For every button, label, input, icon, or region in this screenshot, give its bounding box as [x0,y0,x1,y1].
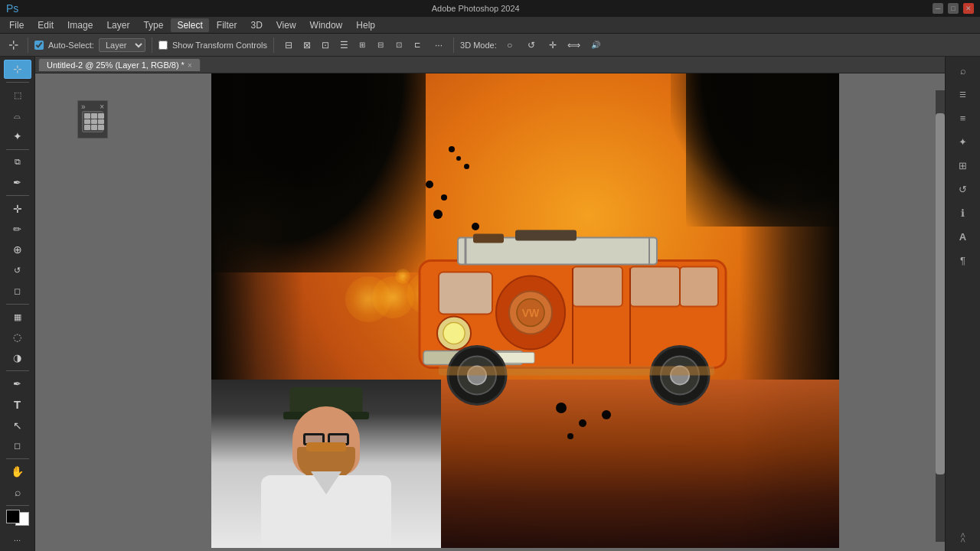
align-vcenter-button[interactable]: ⊠ [299,37,315,54]
clone-button[interactable]: ⊕ [4,240,31,259]
minimize-button[interactable]: ─ [933,3,943,14]
3d-pan-button[interactable]: ✛ [544,37,561,54]
menu-help[interactable]: Help [350,18,381,32]
tab-close-button[interactable]: × [188,61,192,70]
more-tools-button[interactable]: … [4,529,31,548]
zoom-button[interactable]: ⌕ [4,483,31,502]
float-panel-close[interactable]: × [100,103,104,111]
paragraph-button[interactable]: ¶ [949,249,977,271]
search-panel-button[interactable]: ⌕ [949,60,977,81]
right-more-button[interactable]: << [949,527,977,548]
canvas-container[interactable]: VW [35,73,945,551]
gradient-button[interactable]: ▦ [4,308,31,327]
vertical-scrollbar[interactable] [936,90,945,542]
tool-sep-2 [6,149,29,150]
align-bottom-button[interactable]: ⊡ [317,37,334,54]
grid-cell-8 [91,125,97,130]
pen-button[interactable]: ✒ [4,374,31,393]
splatter-bot-2 [579,419,586,427]
auto-select-dropdown[interactable]: Layer Group [99,38,145,52]
history-brush-button[interactable]: ↺ [4,261,31,280]
info-button[interactable]: ℹ [949,202,977,223]
menu-3d[interactable]: 3D [244,18,268,32]
transform-controls-checkbox[interactable] [158,41,168,50]
splatter-bot-3 [567,433,573,439]
hand-button[interactable]: ✋ [4,462,31,481]
document-canvas: VW [211,73,839,548]
menu-select[interactable]: Select [171,18,208,32]
healing-button[interactable]: ✛ [4,199,31,218]
menu-layer[interactable]: Layer [100,18,136,32]
character-button[interactable]: A [949,226,977,247]
tool-sep-5 [6,370,29,371]
crop-tool-button[interactable]: ⧉ [4,152,31,171]
close-button[interactable]: ✕ [963,3,974,14]
3d-slide-button[interactable]: ⟺ [566,37,583,54]
brush-button[interactable]: ✏ [4,220,31,239]
v-scroll-thumb[interactable] [936,113,945,474]
grid-cell-6 [98,119,104,125]
menu-window[interactable]: Window [304,18,349,32]
tool-sep-1 [6,82,29,83]
floating-panel: » × [77,100,108,139]
more-options-button[interactable]: ··· [430,37,447,54]
move-tool-icon[interactable]: ⊹ [5,37,21,54]
document-tab[interactable]: Untitled-2 @ 25% (Layer 1, RGB/8) * × [38,58,201,71]
shape-button[interactable]: ◻ [4,436,31,455]
marquee-tool-button[interactable]: ⬚ [4,86,31,105]
eraser-button[interactable]: ◻ [4,282,31,301]
align-horiz-button[interactable]: ☰ [335,37,352,54]
distribute-vcenter-button[interactable]: ⊟ [372,37,389,54]
lasso-tool-button[interactable]: ⌓ [4,106,31,126]
grid-view-icon[interactable] [82,111,103,132]
adjustments-button[interactable]: ✦ [949,131,977,152]
3d-mode-label: 3D Mode: [460,41,497,50]
distribute-horiz-button[interactable]: ⊏ [409,37,426,54]
3d-roll-button[interactable]: ↺ [523,37,540,54]
menu-view[interactable]: View [270,18,302,32]
auto-select-checkbox[interactable] [34,41,44,50]
canvas-area: Untitled-2 @ 25% (Layer 1, RGB/8) * × [35,57,945,551]
plugins-button[interactable]: ⊞ [949,155,977,176]
svg-rect-10 [439,272,492,314]
separator-2 [152,37,152,53]
move-tool-button[interactable]: ⊹ [4,60,31,79]
svg-rect-11 [573,266,622,306]
color-swatches[interactable] [5,508,31,527]
libraries-button[interactable]: ☰ [949,83,977,105]
properties-button[interactable]: ≡ [949,107,977,129]
distribute-bottom-button[interactable]: ⊡ [390,37,407,54]
tool-sep-4 [6,304,29,305]
menu-image[interactable]: Image [61,18,99,32]
tab-title: Untitled-2 @ 25% (Layer 1, RGB/8) * [47,60,185,70]
splatter-bot-4 [602,410,611,419]
type-button[interactable]: T [4,395,31,414]
blur-button[interactable]: ◌ [4,328,31,347]
grid-cell-2 [91,113,97,119]
maximize-button[interactable]: □ [948,3,959,14]
webcam-overlay [211,380,441,548]
align-top-button[interactable]: ⊟ [280,37,297,54]
menu-type[interactable]: Type [137,18,169,32]
dodge-button[interactable]: ◑ [4,348,31,367]
history-button[interactable]: ↺ [949,178,977,200]
menu-filter[interactable]: Filter [211,18,243,32]
svg-rect-27 [439,366,714,375]
distribute-top-button[interactable]: ⊞ [354,37,371,54]
path-select-button[interactable]: ↖ [4,416,31,435]
window-controls[interactable]: ─ □ ✕ [933,3,974,14]
left-toolbar: ⊹ ⬚ ⌓ ✦ ⧉ ✒ ✛ ✏ ⊕ ↺ ◻ ▦ ◌ ◑ ✒ T ↖ ◻ ✋ ⌕ … [0,57,35,551]
grid-cell-5 [91,119,97,125]
menu-edit[interactable]: Edit [31,18,60,32]
float-panel-arrows[interactable]: » [81,103,86,111]
vw-bus: VW [397,199,764,413]
eyedropper-button[interactable]: ✒ [4,173,31,192]
menu-file[interactable]: File [3,18,30,32]
magic-wand-button[interactable]: ✦ [4,127,31,146]
3d-rotate-button[interactable]: ○ [501,37,518,54]
3d-scale-button[interactable]: 🔊 [587,37,604,54]
grid-cell-3 [98,113,104,119]
auto-select-label: Auto-Select: [48,41,94,50]
grid-cell-7 [84,125,90,130]
grid-cell-9 [98,125,104,130]
